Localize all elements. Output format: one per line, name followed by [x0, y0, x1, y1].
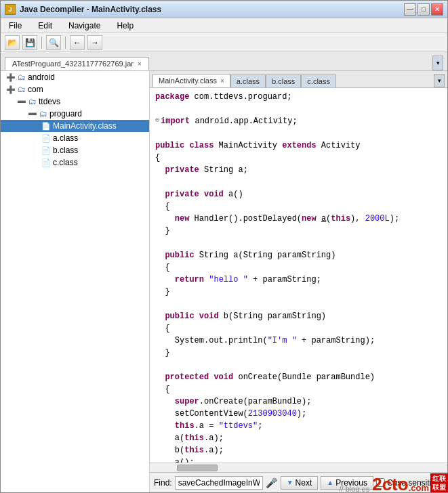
forward-button[interactable]: →: [87, 35, 102, 50]
previous-button[interactable]: ▲ Previous: [321, 476, 373, 490]
find-bar: Find: 🎤 ▼ Next ▲ Previous Case sensitive: [150, 472, 447, 492]
class-icon-aclass: 📄: [41, 134, 51, 143]
toolbar-separator: [41, 37, 42, 49]
menu-navigate[interactable]: Navigate: [63, 20, 106, 32]
search-button[interactable]: 🔍: [46, 35, 61, 50]
outer-tab-bar: ATestProguard_43231177762769.jar × ▾: [1, 52, 447, 71]
horizontal-scrollbar[interactable]: [150, 463, 447, 472]
title-bar: J Java Decompiler - MainActivity.class —…: [1, 1, 447, 18]
code-line: b(this.a);: [155, 444, 442, 456]
menu-help[interactable]: Help: [111, 20, 139, 32]
code-line: public class MainActivity extends Activi…: [155, 140, 442, 152]
code-line: return "hello " + paramString;: [155, 274, 442, 286]
code-line: [155, 237, 442, 249]
code-line: [155, 359, 442, 371]
tree-node-proguard[interactable]: ➖ 🗂 proguard: [1, 108, 149, 120]
maximize-button[interactable]: □: [418, 3, 430, 16]
code-line: super.onCreate(paramBundle);: [155, 395, 442, 408]
case-sensitive-checkbox[interactable]: [376, 478, 385, 487]
window-controls: — □ ✕: [404, 3, 443, 16]
next-arrow-icon: ▼: [287, 479, 293, 486]
close-button[interactable]: ✕: [431, 3, 443, 16]
code-line: public void b(String paramString): [155, 310, 442, 322]
tab-cclass[interactable]: c.class: [301, 74, 336, 87]
code-line: a();: [155, 456, 442, 463]
inner-tab-bar: MainActivity.class × a.class b.class c.c…: [150, 71, 447, 88]
code-line: a(this.a);: [155, 432, 442, 444]
code-line: private void a(): [155, 188, 442, 200]
tree-label-com: com: [28, 85, 43, 94]
code-line: {: [155, 322, 442, 335]
window-title: Java Decompiler - MainActivity.class: [20, 5, 161, 14]
tree-node-bclass[interactable]: 📄 b.class: [1, 144, 149, 156]
class-icon-bclass: 📄: [41, 146, 51, 155]
menu-edit[interactable]: Edit: [33, 20, 58, 32]
tab-bclass[interactable]: b.class: [266, 74, 301, 87]
code-line: protected void onCreate(Bundle paramBund…: [155, 371, 442, 383]
tab-label-cclass: c.class: [307, 77, 330, 85]
code-line: {: [155, 152, 442, 164]
code-line: [155, 127, 442, 140]
expand-icon-proguard: ➖: [28, 110, 37, 119]
menu-bar: File Edit Navigate Help: [1, 18, 447, 33]
expand-icon-ttdevs: ➖: [17, 98, 26, 106]
tab-label-bclass: b.class: [272, 77, 295, 85]
next-button[interactable]: ▼ Next: [281, 476, 319, 490]
tab-close-mainactivity[interactable]: ×: [220, 77, 224, 85]
tab-mainactivity[interactable]: MainActivity.class ×: [152, 74, 230, 87]
outer-tab-close[interactable]: ×: [138, 60, 142, 68]
tree-label-bclass: b.class: [53, 146, 78, 155]
next-label: Next: [296, 478, 312, 488]
back-button[interactable]: ←: [70, 35, 85, 50]
save-button[interactable]: 💾: [22, 35, 37, 50]
case-sensitive-checkbox-label[interactable]: Case sensitive: [376, 478, 440, 488]
code-line: this.a = "ttdevs";: [155, 420, 442, 432]
outer-tab-dropdown[interactable]: ▾: [432, 56, 443, 70]
inner-tab-dropdown[interactable]: ▾: [434, 74, 445, 87]
tree-label-aclass: a.class: [53, 133, 78, 143]
find-input[interactable]: [175, 476, 263, 490]
collapse-icon[interactable]: ⊕: [155, 115, 159, 127]
code-view[interactable]: package com.ttdevs.proguard; ⊕ import an…: [150, 88, 447, 463]
tree-node-aclass[interactable]: 📄 a.class: [1, 132, 149, 144]
case-sensitive-label: Case sensitive: [387, 478, 440, 488]
code-area: MainActivity.class × a.class b.class c.c…: [150, 71, 447, 492]
outer-tab-jar[interactable]: ATestProguard_43231177762769.jar ×: [5, 57, 149, 70]
code-line: setContentView(2130903040);: [155, 408, 442, 420]
tree-label-ttdevs: ttdevs: [39, 97, 60, 106]
tree-label-proguard: proguard: [49, 109, 82, 119]
tree-node-com[interactable]: ➕ 🗂 com: [1, 83, 149, 95]
code-line: }: [155, 286, 442, 298]
tree-node-android[interactable]: ➕ 🗂 android: [1, 71, 149, 83]
code-line: }: [155, 347, 442, 359]
menu-file[interactable]: File: [3, 20, 27, 32]
tree-node-mainactivity[interactable]: 📄 MainActivity.class: [1, 120, 149, 132]
find-mic-icon[interactable]: 🎤: [266, 477, 278, 489]
code-line: {: [155, 383, 442, 395]
code-line: [155, 103, 442, 115]
code-line: package com.ttdevs.proguard;: [155, 91, 442, 103]
toolbar-separator-2: [65, 37, 66, 49]
code-line: {: [155, 261, 442, 274]
title-bar-text: J Java Decompiler - MainActivity.class: [5, 4, 161, 15]
code-line: [155, 176, 442, 188]
prev-arrow-icon: ▲: [327, 479, 333, 486]
tab-aclass[interactable]: a.class: [230, 74, 266, 87]
file-tree: ➕ 🗂 android ➕ 🗂 com ➖ 🗂 ttdevs ➖: [1, 71, 150, 492]
tree-label-android: android: [28, 72, 55, 82]
scrollbar-thumb[interactable]: [177, 465, 218, 471]
find-label: Find:: [154, 478, 172, 488]
code-line: [155, 298, 442, 310]
tree-node-ttdevs[interactable]: ➖ 🗂 ttdevs: [1, 95, 149, 108]
open-button[interactable]: 📂: [5, 35, 20, 50]
minimize-button[interactable]: —: [404, 3, 416, 16]
tree-label-mainactivity: MainActivity.class: [53, 121, 117, 131]
expand-icon-android: ➕: [6, 73, 16, 82]
code-line-import: ⊕ import android.app.Activity;: [155, 115, 442, 127]
class-icon-mainactivity: 📄: [41, 122, 51, 131]
code-line: public String a(String paramString): [155, 249, 442, 261]
tree-node-cclass[interactable]: 📄 c.class: [1, 156, 149, 169]
toolbar: 📂 💾 🔍 ← →: [1, 33, 447, 52]
code-line: private String a;: [155, 164, 442, 176]
class-icon-cclass: 📄: [41, 158, 51, 167]
